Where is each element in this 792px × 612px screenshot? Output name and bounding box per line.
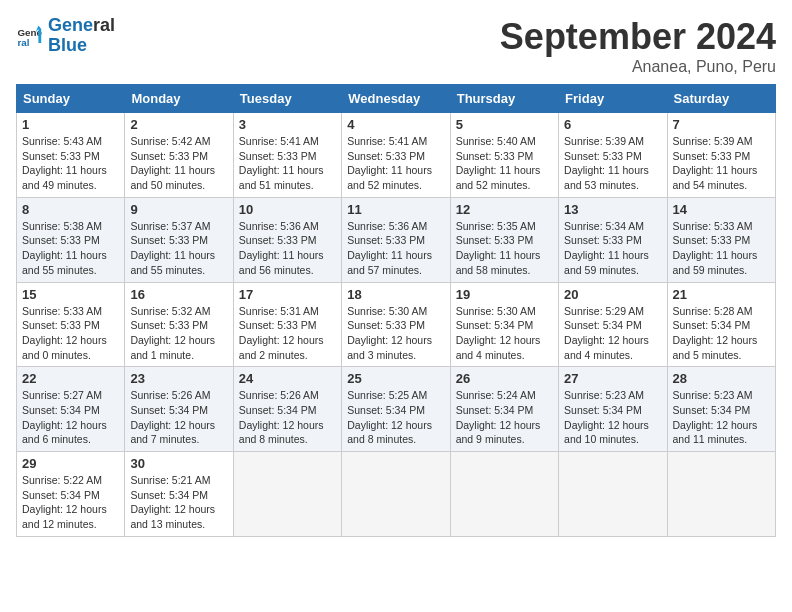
calendar-table: Sunday Monday Tuesday Wednesday Thursday…: [16, 84, 776, 537]
header-friday: Friday: [559, 85, 667, 113]
calendar-cell: 3 Sunrise: 5:41 AM Sunset: 5:33 PM Dayli…: [233, 113, 341, 198]
calendar-cell: 29 Sunrise: 5:22 AM Sunset: 5:34 PM Dayl…: [17, 452, 125, 537]
day-info: Sunrise: 5:26 AM Sunset: 5:34 PM Dayligh…: [130, 388, 227, 447]
day-info: Sunrise: 5:38 AM Sunset: 5:33 PM Dayligh…: [22, 219, 119, 278]
day-info: Sunrise: 5:22 AM Sunset: 5:34 PM Dayligh…: [22, 473, 119, 532]
day-info: Sunrise: 5:34 AM Sunset: 5:33 PM Dayligh…: [564, 219, 661, 278]
calendar-cell: [559, 452, 667, 537]
day-number: 11: [347, 202, 444, 217]
day-number: 9: [130, 202, 227, 217]
day-number: 6: [564, 117, 661, 132]
location-subtitle: Ananea, Puno, Peru: [500, 58, 776, 76]
day-info: Sunrise: 5:42 AM Sunset: 5:33 PM Dayligh…: [130, 134, 227, 193]
calendar-cell: 5 Sunrise: 5:40 AM Sunset: 5:33 PM Dayli…: [450, 113, 558, 198]
logo-text-line2: Blue: [48, 36, 115, 56]
day-info: Sunrise: 5:30 AM Sunset: 5:34 PM Dayligh…: [456, 304, 553, 363]
day-number: 1: [22, 117, 119, 132]
calendar-cell: 20 Sunrise: 5:29 AM Sunset: 5:34 PM Dayl…: [559, 282, 667, 367]
calendar-cell: 4 Sunrise: 5:41 AM Sunset: 5:33 PM Dayli…: [342, 113, 450, 198]
calendar-cell: 10 Sunrise: 5:36 AM Sunset: 5:33 PM Dayl…: [233, 197, 341, 282]
calendar-cell: 7 Sunrise: 5:39 AM Sunset: 5:33 PM Dayli…: [667, 113, 775, 198]
calendar-cell: 27 Sunrise: 5:23 AM Sunset: 5:34 PM Dayl…: [559, 367, 667, 452]
day-number: 20: [564, 287, 661, 302]
svg-text:ral: ral: [17, 37, 29, 48]
day-info: Sunrise: 5:41 AM Sunset: 5:33 PM Dayligh…: [239, 134, 336, 193]
calendar-cell: 25 Sunrise: 5:25 AM Sunset: 5:34 PM Dayl…: [342, 367, 450, 452]
day-info: Sunrise: 5:31 AM Sunset: 5:33 PM Dayligh…: [239, 304, 336, 363]
header-sunday: Sunday: [17, 85, 125, 113]
day-info: Sunrise: 5:43 AM Sunset: 5:33 PM Dayligh…: [22, 134, 119, 193]
day-info: Sunrise: 5:32 AM Sunset: 5:33 PM Dayligh…: [130, 304, 227, 363]
calendar-cell: 12 Sunrise: 5:35 AM Sunset: 5:33 PM Dayl…: [450, 197, 558, 282]
day-info: Sunrise: 5:28 AM Sunset: 5:34 PM Dayligh…: [673, 304, 770, 363]
day-number: 22: [22, 371, 119, 386]
day-info: Sunrise: 5:29 AM Sunset: 5:34 PM Dayligh…: [564, 304, 661, 363]
day-info: Sunrise: 5:39 AM Sunset: 5:33 PM Dayligh…: [564, 134, 661, 193]
day-number: 16: [130, 287, 227, 302]
calendar-cell: 1 Sunrise: 5:43 AM Sunset: 5:33 PM Dayli…: [17, 113, 125, 198]
day-info: Sunrise: 5:23 AM Sunset: 5:34 PM Dayligh…: [673, 388, 770, 447]
page-header: Gene ral General Blue September 2024 Ana…: [16, 16, 776, 76]
day-number: 4: [347, 117, 444, 132]
day-number: 15: [22, 287, 119, 302]
calendar-cell: 17 Sunrise: 5:31 AM Sunset: 5:33 PM Dayl…: [233, 282, 341, 367]
day-info: Sunrise: 5:37 AM Sunset: 5:33 PM Dayligh…: [130, 219, 227, 278]
day-info: Sunrise: 5:24 AM Sunset: 5:34 PM Dayligh…: [456, 388, 553, 447]
day-number: 10: [239, 202, 336, 217]
calendar-cell: 8 Sunrise: 5:38 AM Sunset: 5:33 PM Dayli…: [17, 197, 125, 282]
day-number: 25: [347, 371, 444, 386]
logo-icon: Gene ral: [16, 22, 44, 50]
calendar-cell: 13 Sunrise: 5:34 AM Sunset: 5:33 PM Dayl…: [559, 197, 667, 282]
day-number: 18: [347, 287, 444, 302]
logo: Gene ral General Blue: [16, 16, 115, 56]
calendar-cell: 6 Sunrise: 5:39 AM Sunset: 5:33 PM Dayli…: [559, 113, 667, 198]
day-number: 3: [239, 117, 336, 132]
day-number: 29: [22, 456, 119, 471]
calendar-cell: 9 Sunrise: 5:37 AM Sunset: 5:33 PM Dayli…: [125, 197, 233, 282]
day-info: Sunrise: 5:21 AM Sunset: 5:34 PM Dayligh…: [130, 473, 227, 532]
day-info: Sunrise: 5:23 AM Sunset: 5:34 PM Dayligh…: [564, 388, 661, 447]
header-saturday: Saturday: [667, 85, 775, 113]
header-monday: Monday: [125, 85, 233, 113]
month-year-title: September 2024: [500, 16, 776, 58]
day-info: Sunrise: 5:40 AM Sunset: 5:33 PM Dayligh…: [456, 134, 553, 193]
day-number: 19: [456, 287, 553, 302]
day-number: 23: [130, 371, 227, 386]
day-info: Sunrise: 5:33 AM Sunset: 5:33 PM Dayligh…: [673, 219, 770, 278]
day-info: Sunrise: 5:35 AM Sunset: 5:33 PM Dayligh…: [456, 219, 553, 278]
calendar-cell: 16 Sunrise: 5:32 AM Sunset: 5:33 PM Dayl…: [125, 282, 233, 367]
calendar-cell: 18 Sunrise: 5:30 AM Sunset: 5:33 PM Dayl…: [342, 282, 450, 367]
calendar-cell: [342, 452, 450, 537]
calendar-cell: 23 Sunrise: 5:26 AM Sunset: 5:34 PM Dayl…: [125, 367, 233, 452]
day-number: 13: [564, 202, 661, 217]
day-number: 28: [673, 371, 770, 386]
day-number: 17: [239, 287, 336, 302]
calendar-cell: 24 Sunrise: 5:26 AM Sunset: 5:34 PM Dayl…: [233, 367, 341, 452]
day-number: 24: [239, 371, 336, 386]
calendar-cell: 21 Sunrise: 5:28 AM Sunset: 5:34 PM Dayl…: [667, 282, 775, 367]
calendar-cell: [450, 452, 558, 537]
day-info: Sunrise: 5:27 AM Sunset: 5:34 PM Dayligh…: [22, 388, 119, 447]
day-number: 12: [456, 202, 553, 217]
day-info: Sunrise: 5:36 AM Sunset: 5:33 PM Dayligh…: [239, 219, 336, 278]
day-info: Sunrise: 5:39 AM Sunset: 5:33 PM Dayligh…: [673, 134, 770, 193]
day-number: 8: [22, 202, 119, 217]
day-info: Sunrise: 5:25 AM Sunset: 5:34 PM Dayligh…: [347, 388, 444, 447]
day-number: 2: [130, 117, 227, 132]
day-info: Sunrise: 5:33 AM Sunset: 5:33 PM Dayligh…: [22, 304, 119, 363]
calendar-cell: 14 Sunrise: 5:33 AM Sunset: 5:33 PM Dayl…: [667, 197, 775, 282]
day-number: 5: [456, 117, 553, 132]
calendar-cell: 28 Sunrise: 5:23 AM Sunset: 5:34 PM Dayl…: [667, 367, 775, 452]
header-tuesday: Tuesday: [233, 85, 341, 113]
title-area: September 2024 Ananea, Puno, Peru: [500, 16, 776, 76]
header-wednesday: Wednesday: [342, 85, 450, 113]
calendar-cell: 19 Sunrise: 5:30 AM Sunset: 5:34 PM Dayl…: [450, 282, 558, 367]
day-number: 26: [456, 371, 553, 386]
calendar-cell: 22 Sunrise: 5:27 AM Sunset: 5:34 PM Dayl…: [17, 367, 125, 452]
header-thursday: Thursday: [450, 85, 558, 113]
day-info: Sunrise: 5:30 AM Sunset: 5:33 PM Dayligh…: [347, 304, 444, 363]
calendar-cell: [667, 452, 775, 537]
calendar-cell: 15 Sunrise: 5:33 AM Sunset: 5:33 PM Dayl…: [17, 282, 125, 367]
day-number: 30: [130, 456, 227, 471]
weekday-header-row: Sunday Monday Tuesday Wednesday Thursday…: [17, 85, 776, 113]
